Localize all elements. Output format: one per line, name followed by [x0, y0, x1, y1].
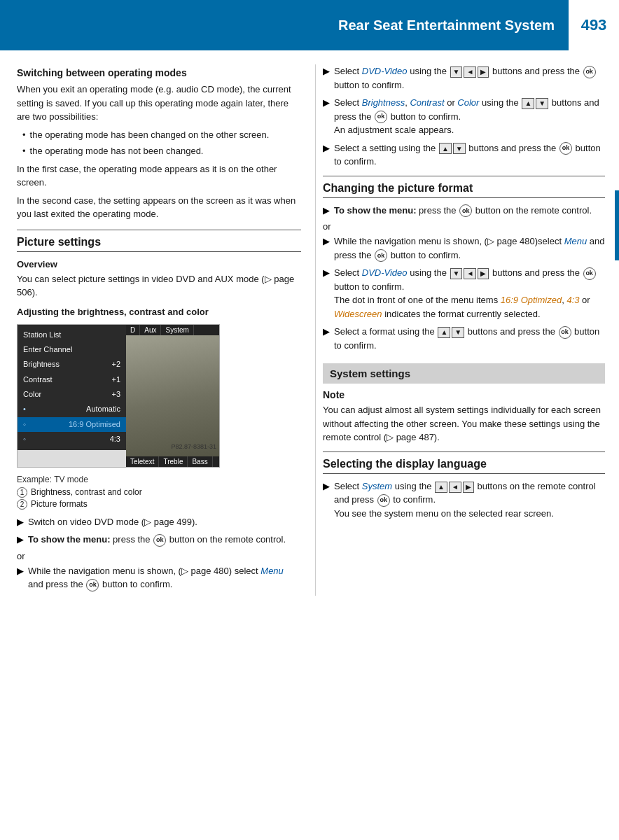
caption-item-2: 2 Picture formats — [17, 499, 301, 510]
tv-tab-system: System — [161, 325, 193, 335]
ok-button-ch2: ok — [375, 249, 387, 262]
right-arrow-3: ▶ Select a setting using the ▲▼ buttons … — [323, 141, 605, 169]
tv-menu-station: Station List — [18, 328, 126, 342]
comand-label: COMAND — [615, 190, 619, 260]
sel-arrow-1: ▶ Select System using the ▲◄▶ buttons on… — [323, 479, 605, 521]
nav-btn-down: ▼ — [450, 66, 463, 78]
bullet-text-1: the operating mode has been changed on t… — [30, 128, 270, 142]
tv-menu-43: ◦ 4:3 — [18, 432, 126, 447]
tv-tabs-top: D Aux System — [126, 325, 219, 335]
ch-arrow-4: ▶ Select a format using the ▲▼ buttons a… — [323, 325, 605, 352]
nav-btn-up-r2: ▲ — [522, 98, 534, 109]
right-arrow1-content: Select DVD-Video using the ▼◄▶ buttons a… — [334, 64, 605, 92]
tv-caption: Example: TV mode — [17, 475, 301, 484]
arrow-icon-ch1: ▶ — [323, 204, 330, 218]
ch-arrow3-content: Select DVD-Video using the ▼◄▶ buttons a… — [334, 266, 605, 321]
or-separator-1: or — [17, 551, 301, 561]
nav-btn-left: ◄ — [464, 66, 476, 78]
right-arrow-2: ▶ Select Brightness, Contrast or Color u… — [323, 96, 605, 137]
nav-btn-left-ch3: ◄ — [464, 268, 476, 279]
overview-heading: Overview — [17, 259, 301, 270]
ch-arrow-1: ▶ To show the menu: press the ok button … — [323, 204, 605, 218]
switching-heading: Switching between operating modes — [17, 67, 301, 78]
tv-tab-bass: Bass — [188, 456, 212, 467]
system-settings-box: System settings — [323, 363, 605, 384]
left-arrow1-content: Switch on video DVD mode (▷ page 499). — [28, 515, 301, 529]
caption-num-2: 2 — [17, 499, 27, 510]
tv-menu-automatic: • Automatic — [18, 402, 126, 416]
ok-button-ch1: ok — [459, 204, 472, 217]
picture-settings-heading: Picture settings — [17, 236, 301, 252]
arrow-icon-r3: ▶ — [323, 141, 330, 169]
tv-tabs-bottom: Teletext Treble Bass — [126, 456, 219, 467]
right-arrow2-content: Select Brightness, Contrast or Color usi… — [334, 96, 605, 137]
or-separator-2: or — [323, 221, 605, 232]
nav-btn-down-ch3: ▼ — [450, 268, 463, 279]
tv-tab-treble: Treble — [159, 456, 188, 467]
tv-menu-169: ◦ 16:9 Optimised 2 — [18, 417, 126, 432]
tv-mode-image: Station List Enter Channel Brightness+2 … — [17, 324, 220, 468]
main-content: Switching between operating modes When y… — [0, 50, 619, 596]
right-arrow3-content: Select a setting using the ▲▼ buttons an… — [334, 141, 605, 169]
tv-menu: Station List Enter Channel Brightness+2 … — [18, 325, 126, 450]
arrow-icon-sel1: ▶ — [323, 479, 330, 521]
ok-button-sel: ok — [377, 494, 390, 507]
right-column: COMAND ▶ Select DVD-Video using the ▼◄▶ … — [315, 64, 619, 596]
selecting-heading: Selecting the display language — [323, 458, 605, 474]
bullet-item-1: • the operating mode has been changed on… — [22, 128, 301, 142]
tv-menu-contrast: Contrast+1 1 — [18, 372, 126, 387]
ch-arrow-2: ▶ While the navigation menu is shown, (▷… — [323, 234, 605, 262]
switching-para3: In the second case, the setting appears … — [17, 194, 301, 221]
ok-button-r3: ok — [559, 142, 572, 155]
tv-tab-aux: Aux — [140, 325, 161, 335]
page-header: Rear Seat Entertainment System 493 — [0, 0, 619, 50]
arrow-icon-1: ▶ — [17, 515, 24, 529]
ch-arrow4-content: Select a format using the ▲▼ buttons and… — [334, 325, 605, 352]
page-number: 493 — [569, 0, 619, 50]
bullet-dot-2: • — [22, 144, 26, 158]
nav-btn-down-r2: ▼ — [536, 98, 548, 109]
switching-para1: When you exit an operating mode (e.g. au… — [17, 83, 301, 124]
arrow-icon-ch4: ▶ — [323, 325, 330, 352]
caption-text-1: Brightness, contrast and color — [31, 487, 142, 497]
left-arrow2-content: To show the menu: press the ok button on… — [28, 533, 301, 547]
note-para: You can adjust almost all system setting… — [323, 403, 605, 444]
left-arrow-1: ▶ Switch on video DVD mode (▷ page 499). — [17, 515, 301, 529]
system-settings-heading: System settings — [330, 368, 410, 379]
note-heading: Note — [323, 389, 605, 400]
tv-image-ref: P82.87-8381-31 — [171, 443, 216, 450]
bullet-dot-1: • — [22, 128, 26, 142]
tv-tab-teletext: Teletext — [126, 456, 159, 467]
arrow-icon-ch3: ▶ — [323, 266, 330, 321]
nav-btn-up-r3: ▲ — [439, 143, 452, 154]
bullet-item-2: • the operating mode has not been change… — [22, 144, 301, 158]
caption-text-2: Picture formats — [31, 499, 88, 509]
nav-btn-up-ch4: ▲ — [438, 327, 450, 338]
left-arrow3-content: While the navigation menu is shown, (▷ p… — [28, 564, 301, 592]
tv-menu-channel: Enter Channel — [18, 342, 126, 357]
arrow-icon-3: ▶ — [17, 564, 24, 592]
nav-btn-right: ▶ — [478, 66, 489, 78]
switching-para2: In the first case, the operating mode ap… — [17, 162, 301, 190]
ch-arrow1-content: To show the menu: press the ok button on… — [334, 204, 605, 218]
caption-num-1: 1 — [17, 487, 27, 498]
tv-menu-color: Color+3 — [18, 387, 126, 402]
arrow-icon-r2: ▶ — [323, 96, 330, 137]
ok-button-r2: ok — [375, 111, 387, 123]
bullet-text-2: the operating mode has not been changed. — [30, 144, 204, 158]
tv-tab-d: D — [126, 325, 140, 335]
arrow-icon-r1: ▶ — [323, 64, 330, 92]
right-arrow-1: ▶ Select DVD-Video using the ▼◄▶ buttons… — [323, 64, 605, 92]
nav-btn-right-ch3: ▶ — [478, 268, 489, 279]
overview-para: You can select picture settings in video… — [17, 272, 301, 300]
ok-button-r1: ok — [583, 66, 596, 78]
nav-btn-down-r3: ▼ — [453, 143, 466, 154]
brightness-heading: Adjusting the brightness, contrast and c… — [17, 307, 301, 317]
caption-item-1: 1 Brightness, contrast and color — [17, 487, 301, 498]
sel-arrow1-content: Select System using the ▲◄▶ buttons on t… — [334, 479, 605, 521]
left-arrow-3: ▶ While the navigation menu is shown, (▷… — [17, 564, 301, 592]
header-title: Rear Seat Entertainment System — [0, 18, 569, 34]
tv-menu-brightness: Brightness+2 — [18, 357, 126, 372]
left-arrow-2: ▶ To show the menu: press the ok button … — [17, 533, 301, 547]
nav-btn-right-sel: ▶ — [463, 482, 474, 493]
